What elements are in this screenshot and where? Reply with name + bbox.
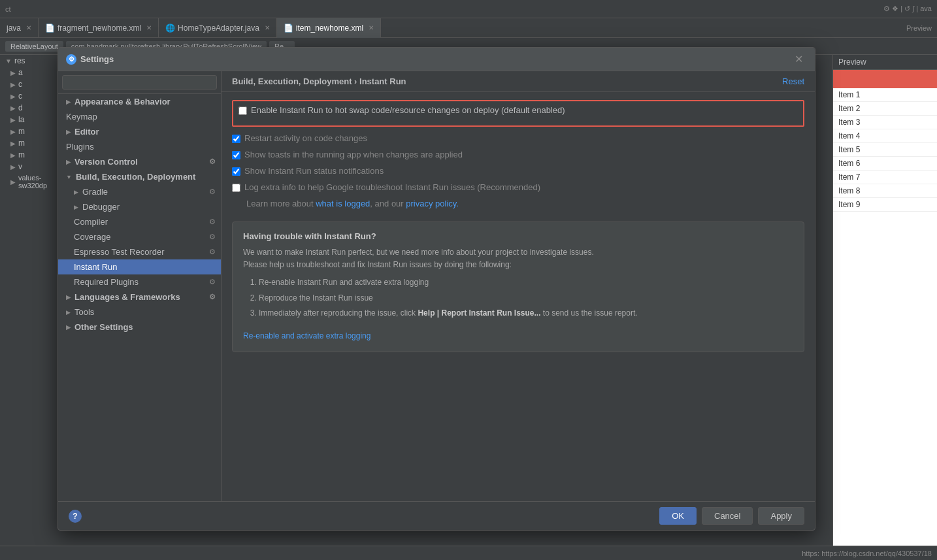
sidebar-label-appearance: Appearance & Behavior [74, 97, 171, 107]
tree-item-v[interactable]: ▶ v [0, 161, 59, 173]
sidebar-item-instant-run[interactable]: Instant Run [58, 259, 221, 274]
help-button[interactable]: ? [69, 510, 82, 523]
languages-icon: ⚙ [209, 293, 216, 301]
right-panel-item-1[interactable]: Item 1 [833, 88, 937, 102]
tab-fragment-label: fragment_newhome.xml [58, 24, 141, 33]
reset-link[interactable]: Reset [782, 76, 804, 86]
option1-label[interactable]: Enable Instant Run to hot swap code/reso… [251, 105, 565, 115]
sidebar-item-debugger[interactable]: ▶ Debugger [58, 199, 221, 214]
sidebar-item-vcs[interactable]: ▶ Version Control ⚙ [58, 154, 221, 169]
arrow-languages: ▶ [66, 294, 71, 301]
tab-hometypeadapter[interactable]: 🌐 HomeTypeAdapter.java ✕ [159, 18, 277, 38]
right-panel-item-3[interactable]: Item 3 [833, 116, 937, 129]
tab-java-label: java [7, 24, 21, 33]
content-header: Build, Execution, Deployment › Instant R… [222, 71, 815, 92]
tab-home-close[interactable]: ✕ [265, 24, 270, 31]
tab-fragment[interactable]: 📄 fragment_newhome.xml ✕ [39, 18, 159, 38]
tree-item-res[interactable]: ▼ res [0, 55, 59, 67]
top-bar-icons: ⚙ ❖ | ↺ ∫ | ava [883, 5, 932, 13]
option1-checkbox[interactable] [238, 107, 247, 115]
arrow-debugger: ▶ [74, 204, 78, 210]
option5-checkbox[interactable] [232, 184, 240, 192]
tree-item-m1[interactable]: ▶ m [0, 125, 59, 137]
what-is-logged-link[interactable]: what is logged [316, 199, 370, 208]
sidebar-item-required-plugins[interactable]: Required Plugins ⚙ [58, 274, 221, 289]
sidebar-item-compiler[interactable]: Compiler ⚙ [58, 214, 221, 229]
tree-item-m3[interactable]: ▶ m [0, 149, 59, 161]
right-panel-item-5[interactable]: Item 5 [833, 143, 937, 157]
sidebar-item-keymap[interactable]: Keymap [58, 109, 221, 124]
dialog-title-text: Settings [80, 54, 114, 64]
arrow-tools: ▶ [66, 309, 71, 316]
option4-checkbox[interactable] [232, 167, 240, 176]
right-panel-item-8[interactable]: Item 8 [833, 184, 937, 198]
sidebar-item-espresso[interactable]: Espresso Test Recorder ⚙ [58, 244, 221, 259]
right-panel-item-9[interactable]: Item 9 [833, 198, 937, 212]
sidebar-item-editor[interactable]: ▶ Editor [58, 124, 221, 139]
sidebar-item-tools[interactable]: ▶ Tools [58, 305, 221, 320]
option4-label[interactable]: Show Instant Run status notifications [244, 166, 384, 176]
sidebar-item-gradle[interactable]: ▶ Gradle ⚙ [58, 184, 221, 199]
sidebar-search-input[interactable] [62, 75, 217, 90]
tree-arrow-l: ▶ [10, 116, 16, 124]
tab-home-label: HomeTypeAdapter.java [178, 24, 259, 33]
tree-item-values[interactable]: ▶ values-sw320dp [0, 173, 59, 191]
sidebar-item-coverage[interactable]: Coverage ⚙ [58, 229, 221, 244]
tree-label-a: a [18, 68, 23, 77]
tab-fragment-close[interactable]: ✕ [146, 24, 152, 31]
option5-label[interactable]: Log extra info to help Google troublesho… [244, 182, 540, 192]
sidebar-item-languages[interactable]: ▶ Languages & Frameworks ⚙ [58, 289, 221, 305]
dialog-close-button[interactable]: ✕ [791, 52, 807, 67]
sidebar-item-build[interactable]: ▼ Build, Execution, Deployment [58, 169, 221, 184]
tab-item-newhome[interactable]: 📄 item_newhome.xml ✕ [277, 18, 381, 38]
sidebar-item-plugins[interactable]: Plugins [58, 139, 221, 154]
option3-checkbox[interactable] [232, 151, 240, 159]
sidebar-label-required-plugins: Required Plugins [74, 277, 139, 287]
tree-item-c2[interactable]: ▶ c [0, 90, 59, 102]
sidebar-label-coverage: Coverage [74, 232, 110, 242]
breadcrumb-relativelayout[interactable]: RelativeLayout [5, 41, 63, 52]
sidebar-item-appearance[interactable]: ▶ Appearance & Behavior [58, 94, 221, 109]
right-panel-items: Item 1 Item 2 Item 3 Item 4 Item 5 Item … [833, 88, 937, 212]
privacy-policy-link[interactable]: privacy policy. [406, 199, 459, 208]
option2-checkbox[interactable] [232, 135, 240, 143]
arrow-build: ▼ [66, 174, 72, 180]
status-url: https: https://blog.csdn.net/qq/430537/1… [802, 550, 932, 557]
sidebar-search-area [58, 71, 221, 94]
tree-item-c1[interactable]: ▶ c [0, 78, 59, 90]
trouble-link[interactable]: Re-enable and activate extra logging [243, 330, 370, 342]
cancel-button[interactable]: Cancel [702, 507, 753, 525]
tab-java-close[interactable]: ✕ [26, 24, 31, 31]
tree-item-l[interactable]: ▶ la [0, 114, 59, 125]
right-panel-item-4[interactable]: Item 4 [833, 129, 937, 143]
tree-arrow-a: ▶ [10, 69, 16, 76]
sidebar-item-other[interactable]: ▶ Other Settings [58, 320, 221, 335]
espresso-icon: ⚙ [209, 248, 216, 256]
tab-item-icon: 📄 [284, 24, 293, 33]
coverage-icon: ⚙ [209, 233, 216, 241]
option2-label[interactable]: Restart activity on code changes [244, 133, 367, 143]
option3-label[interactable]: Show toasts in the running app when chan… [244, 150, 463, 159]
tab-home-icon: 🌐 [165, 24, 175, 33]
tree-arrow-c2: ▶ [10, 93, 16, 100]
learn-more-prefix: Learn more about [246, 199, 316, 208]
tree-item-a[interactable]: ▶ a [0, 67, 59, 78]
tree-label-values: values-sw320dp [18, 174, 56, 189]
compiler-icon: ⚙ [209, 218, 216, 226]
right-panel-item-6[interactable]: Item 6 [833, 157, 937, 171]
apply-button[interactable]: Apply [758, 507, 804, 525]
tree-label-res: res [14, 56, 25, 65]
tab-item-close[interactable]: ✕ [369, 24, 374, 31]
right-panel-item-2[interactable]: Item 2 [833, 102, 937, 116]
ok-button[interactable]: OK [659, 507, 697, 525]
right-panel: Preview Item 1 Item 2 Item 3 Item 4 Item… [832, 55, 937, 560]
tab-java[interactable]: java ✕ [0, 18, 39, 38]
top-bar: ct ⚙ ❖ | ↺ ∫ | ava [0, 0, 937, 18]
sidebar-label-vcs: Version Control [74, 157, 138, 167]
right-panel-item-7[interactable]: Item 7 [833, 171, 937, 184]
tree-arrow-c1: ▶ [10, 81, 16, 88]
tree-arrow-res: ▼ [5, 58, 12, 65]
tree-label-c1: c [18, 80, 22, 89]
tree-item-d[interactable]: ▶ d [0, 102, 59, 114]
tree-item-m2[interactable]: ▶ m [0, 137, 59, 149]
